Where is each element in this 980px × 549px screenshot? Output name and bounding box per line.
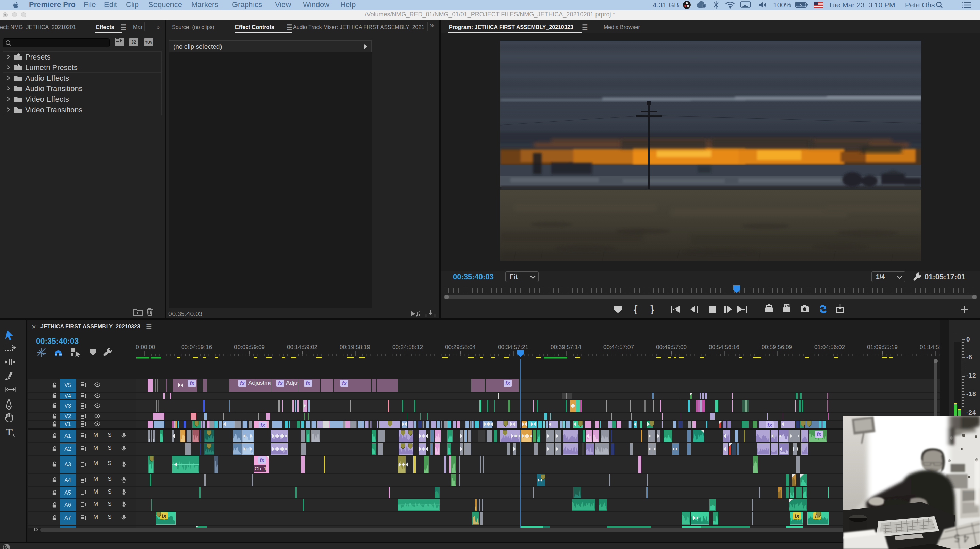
- svg-text:00:19:58:19: 00:19:58:19: [340, 344, 370, 351]
- svg-text:Ch. 1: Ch. 1: [255, 466, 267, 471]
- svg-text:fx: fx: [162, 513, 167, 519]
- svg-text:fx: fx: [278, 380, 283, 386]
- svg-text:00:09:59:09: 00:09:59:09: [234, 344, 265, 351]
- svg-text:}: }: [650, 304, 654, 314]
- svg-text:fx: fx: [767, 422, 772, 428]
- svg-text:fx: fx: [342, 380, 347, 386]
- svg-text:00:49:57:00: 00:49:57:00: [656, 344, 687, 351]
- svg-text:00:59:56:09: 00:59:56:09: [762, 344, 792, 351]
- svg-text:fx: fx: [260, 422, 266, 428]
- svg-text:fx: fx: [240, 380, 245, 386]
- svg-text:00:39:57:14: 00:39:57:14: [550, 344, 581, 351]
- svg-text:01:14:55:12: 01:14:55:12: [920, 344, 940, 351]
- svg-text:00:54:56:16: 00:54:56:16: [709, 344, 740, 351]
- svg-text:00:14:59:02: 00:14:59:02: [287, 344, 318, 351]
- svg-text:fx: fx: [259, 457, 265, 463]
- svg-text:T: T: [6, 427, 13, 438]
- svg-text:00:44:57:07: 00:44:57:07: [603, 344, 634, 351]
- svg-text:fx: fx: [505, 380, 511, 386]
- svg-text:4 5: 4 5: [954, 532, 969, 545]
- svg-text:fx: fx: [817, 431, 822, 437]
- svg-text:Adjustme: Adjustme: [248, 379, 272, 386]
- svg-text:fx: fx: [305, 380, 311, 386]
- svg-text:01:04:56:02: 01:04:56:02: [814, 344, 845, 351]
- svg-text:fx: fx: [189, 380, 195, 386]
- svg-text:00:04:59:16: 00:04:59:16: [181, 344, 212, 351]
- svg-text:00:29:58:04: 00:29:58:04: [445, 344, 476, 351]
- svg-text:00:00:00: 00:00:00: [136, 344, 155, 351]
- svg-text:01:09:55:19: 01:09:55:19: [867, 344, 898, 351]
- svg-text:00:24:58:12: 00:24:58:12: [392, 344, 423, 351]
- svg-text:{: {: [633, 304, 638, 314]
- svg-text:fx: fx: [795, 513, 800, 519]
